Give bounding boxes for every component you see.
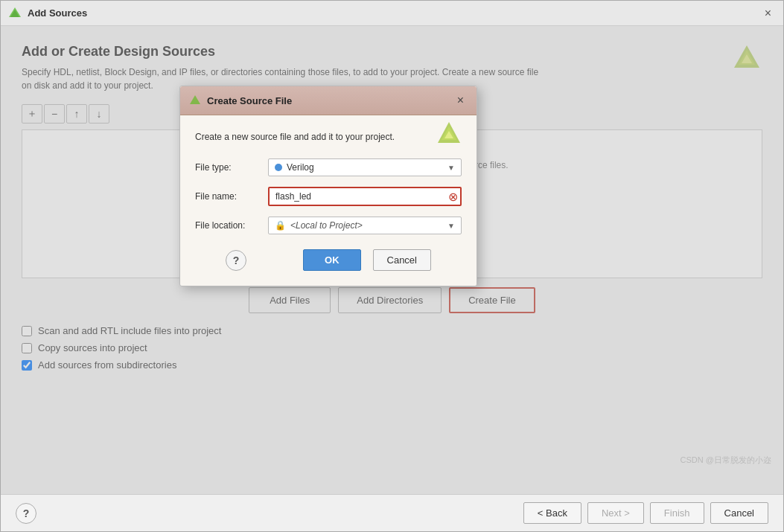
file-location-row: File location: 🔒 <Local to Project> ▼ xyxy=(195,217,462,234)
dialog-body: Create a new source file and add it to y… xyxy=(180,115,477,286)
create-source-dialog: Create Source File × Create a new source… xyxy=(179,86,477,286)
dialog-vivado-logo xyxy=(436,121,462,148)
file-name-input[interactable] xyxy=(270,188,445,205)
svg-marker-5 xyxy=(190,95,200,104)
dialog-ok-button[interactable]: OK xyxy=(303,249,361,271)
file-type-row: File type: Verilog ▼ xyxy=(195,158,462,176)
bottom-right: < Back Next > Finish Cancel xyxy=(523,502,768,524)
dialog-title-text: Create Source File xyxy=(207,95,292,106)
dialog-close-button[interactable]: × xyxy=(453,92,468,109)
file-location-label: File location: xyxy=(195,220,262,231)
window-title: Add Sources xyxy=(28,7,87,19)
dialog-help-button[interactable]: ? xyxy=(226,250,246,271)
app-icon xyxy=(8,7,22,20)
file-type-label: File type: xyxy=(195,162,262,173)
dialog-vivado-logo-svg xyxy=(436,121,462,146)
bottom-left: ? xyxy=(16,503,36,524)
location-icon: 🔒 xyxy=(275,220,286,231)
file-name-input-wrap: ⊗ xyxy=(268,187,462,206)
main-content-area: Add or Create Design Sources Specify HDL… xyxy=(1,26,783,494)
file-name-row: File name: ⊗ xyxy=(195,187,462,206)
file-name-control: ⊗ xyxy=(268,187,462,206)
back-button[interactable]: < Back xyxy=(523,502,581,524)
dialog-buttons: ? OK Cancel xyxy=(195,249,462,274)
finish-button[interactable]: Finish xyxy=(650,502,704,524)
dialog-title-icon xyxy=(189,94,201,106)
dialog-title-left: Create Source File xyxy=(189,94,292,106)
dialog-cancel-button[interactable]: Cancel xyxy=(373,249,431,271)
dialog-desc: Create a new source file and add it to y… xyxy=(195,130,462,144)
cancel-button[interactable]: Cancel xyxy=(710,502,768,524)
title-bar-left: Add Sources xyxy=(8,7,87,20)
bottom-bar: ? < Back Next > Finish Cancel xyxy=(1,494,783,531)
file-location-dropdown[interactable]: 🔒 <Local to Project> ▼ xyxy=(268,217,462,234)
file-location-control: 🔒 <Local to Project> ▼ xyxy=(268,217,462,234)
title-bar: Add Sources × xyxy=(1,1,783,26)
help-button[interactable]: ? xyxy=(16,503,36,524)
main-window: Add Sources × Add or Create Design Sourc… xyxy=(0,0,784,532)
filetype-indicator xyxy=(275,164,282,171)
filename-clear-button[interactable]: ⊗ xyxy=(445,189,460,204)
next-button[interactable]: Next > xyxy=(587,502,644,524)
dropdown-arrow-icon: ▼ xyxy=(447,164,455,172)
file-type-control: Verilog ▼ xyxy=(268,158,462,176)
filetype-value: Verilog xyxy=(287,162,443,173)
dialog-title-bar: Create Source File × xyxy=(180,86,477,115)
location-value: <Local to Project> xyxy=(290,220,443,231)
file-type-dropdown[interactable]: Verilog ▼ xyxy=(268,158,462,176)
location-dropdown-arrow-icon: ▼ xyxy=(447,222,455,230)
file-name-label: File name: xyxy=(195,191,262,202)
window-close-button[interactable]: × xyxy=(760,5,776,22)
